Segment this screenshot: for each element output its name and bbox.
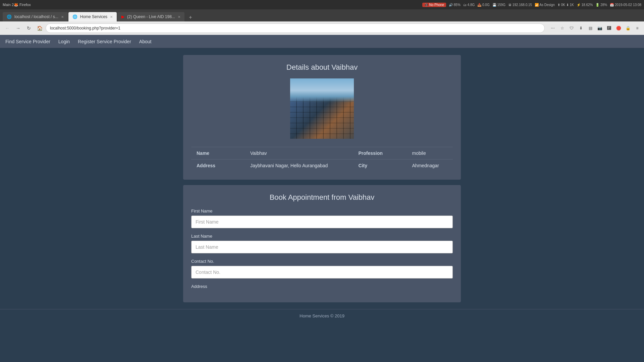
provider-profile-image — [290, 78, 354, 139]
no-phone-indicator: 📵 No Phone — [422, 3, 446, 7]
tab-close-localhost[interactable]: ✕ — [61, 15, 64, 19]
url-bar[interactable]: localhost:5000/booking.php?provider=1 — [46, 23, 545, 33]
extensions-icon[interactable]: ⋯ — [549, 24, 557, 32]
wifi-info: 📶 As Design — [535, 3, 555, 7]
cpu-usage: ⚡ 18.62% — [577, 3, 593, 7]
reload-button[interactable]: ↻ — [24, 23, 34, 33]
tab-localhost[interactable]: 🌐 localhost / localhost / s... ✕ — [3, 12, 68, 21]
tab-queen[interactable]: ▶ (2) Queen - Live AID 198... ✕ — [117, 12, 184, 21]
nav-login[interactable]: Login — [58, 38, 70, 46]
nav-find-service-provider[interactable]: Find Service Provider — [5, 38, 50, 46]
battery-percent: 🔊 85% — [449, 3, 461, 7]
app-navigation: Find Service Provider Login Register Ser… — [0, 35, 644, 48]
tab-favicon: 🌐 — [7, 14, 12, 19]
back-button[interactable]: ← — [3, 23, 12, 33]
forward-button[interactable]: → — [13, 23, 23, 33]
screenshot-icon[interactable]: 📷 — [596, 24, 604, 32]
last-name-label: Last Name — [191, 234, 453, 239]
booking-form-card: Book Appointment from Vaibhav First Name… — [183, 185, 461, 302]
contact-no-label: Contact No. — [191, 259, 453, 264]
first-name-group: First Name — [191, 208, 453, 228]
browser-title: Main 2🦊 Firefox — [3, 3, 31, 7]
disk-info: 💾 159G — [492, 3, 505, 7]
title-bar-left: Main 2🦊 Firefox — [3, 3, 31, 7]
addon1-icon[interactable]: 🛑 — [614, 24, 623, 32]
bookmark-star-icon[interactable]: ☆ — [558, 24, 566, 32]
main-content: Details about Vaibhav Name Vaibhav Profe… — [178, 55, 466, 302]
datetime: 📅 2019-05-02 13:08 — [610, 3, 641, 7]
pocket-icon[interactable]: 🅿 — [605, 24, 613, 32]
title-bar-right: 📵 No Phone 🔊 85% 🗂 4.8G 📤 0.0G 💾 159G 🖥 … — [422, 3, 641, 7]
table-row: Name Vaibhav Profession mobile — [191, 147, 453, 160]
home-button[interactable]: 🏠 — [35, 23, 44, 33]
contact-no-input[interactable] — [191, 266, 453, 279]
addon2-icon[interactable]: 🔒 — [624, 24, 632, 32]
upload-info: 📤 0.0G — [477, 3, 489, 7]
name-label: Name — [191, 147, 245, 160]
nav-right-icons: ⋯ ☆ 🛡 ⬇ ▤ 📷 🅿 🛑 🔒 ≡ — [549, 24, 641, 32]
nav-about[interactable]: About — [139, 38, 152, 46]
profile-image-container — [191, 78, 453, 139]
nav-register[interactable]: Register Service Provider — [78, 38, 131, 46]
storage-info: 🗂 4.8G — [463, 3, 475, 7]
tab-label-active: Home Services — [80, 14, 107, 19]
first-name-label: First Name — [191, 208, 453, 214]
tab-close-queen[interactable]: ✕ — [178, 15, 180, 19]
provider-details-title: Details about Vaibhav — [191, 63, 453, 72]
address-form-label: Address — [191, 284, 453, 289]
url-text: localhost:5000/booking.php?provider=1 — [50, 26, 120, 31]
table-row: Address Jaybhavani Nagar, Hello Aurangab… — [191, 160, 453, 172]
ip-address: 🖥 192.168.0.15 — [508, 3, 532, 7]
tab-favicon-queen: ▶ — [121, 14, 124, 19]
profession-label: Profession — [353, 147, 407, 160]
tab-home-services[interactable]: 🌐 Home Services ✕ — [68, 12, 117, 21]
address-value: Jaybhavani Nagar, Hello Aurangabad — [245, 160, 353, 172]
title-bar: Main 2🦊 Firefox 📵 No Phone 🔊 85% 🗂 4.8G … — [0, 0, 644, 9]
footer-text: Home Services © 2019 — [300, 313, 344, 318]
city-label: City — [353, 160, 407, 172]
tab-label-queen: (2) Queen - Live AID 198... — [127, 14, 175, 19]
network-usage: ⬆ 0K ⬇ 1K — [557, 3, 574, 7]
new-tab-button[interactable]: + — [186, 13, 195, 21]
address-group: Address — [191, 284, 453, 289]
tab-bar: 🌐 localhost / localhost / s... ✕ 🌐 Home … — [0, 9, 644, 21]
address-label: Address — [191, 160, 245, 172]
tab-favicon-active: 🌐 — [72, 14, 77, 19]
tab-close-home-services[interactable]: ✕ — [110, 15, 113, 19]
sidebar-icon[interactable]: ▤ — [586, 24, 594, 32]
tab-label: localhost / localhost / s... — [14, 14, 58, 19]
shield-icon[interactable]: 🛡 — [568, 24, 576, 32]
provider-details-card: Details about Vaibhav Name Vaibhav Profe… — [183, 55, 461, 180]
profession-value: mobile — [407, 147, 453, 160]
last-name-input[interactable] — [191, 241, 453, 253]
first-name-input[interactable] — [191, 216, 453, 228]
download-icon[interactable]: ⬇ — [577, 24, 585, 32]
battery-level: 🔋 28% — [595, 3, 607, 7]
name-value: Vaibhav — [245, 147, 353, 160]
page-footer: Home Services © 2019 — [0, 309, 644, 322]
menu-icon[interactable]: ≡ — [633, 24, 641, 32]
provider-info-table: Name Vaibhav Profession mobile Address J… — [191, 147, 453, 172]
last-name-group: Last Name — [191, 234, 453, 253]
browser-window: Main 2🦊 Firefox 📵 No Phone 🔊 85% 🗂 4.8G … — [0, 0, 644, 35]
nav-bar: ← → ↻ 🏠 localhost:5000/booking.php?provi… — [0, 21, 644, 35]
contact-no-group: Contact No. — [191, 259, 453, 279]
booking-form-title: Book Appointment from Vaibhav — [191, 193, 453, 202]
city-value: Ahmednagar — [407, 160, 453, 172]
